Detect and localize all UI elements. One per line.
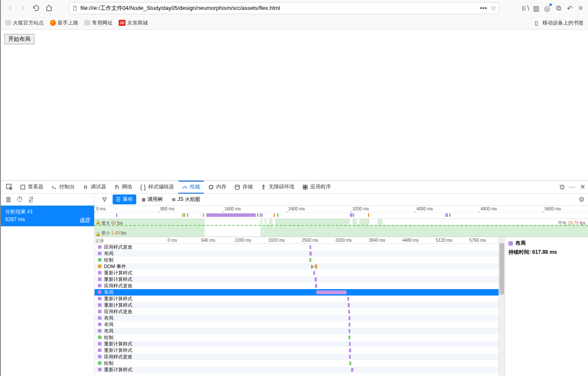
import-icon[interactable]: ⭿ — [28, 196, 34, 203]
browser-chrome: file:///e:/工作文件04/Node_Study/day05/desig… — [1, 0, 588, 30]
svg-point-4 — [263, 185, 264, 185]
lock-icon: 🔒 — [95, 231, 101, 236]
performance-panel: ☰瀑布 ≣调用树 ≋JS 火焰图 ⚙ 0 ms800 ms1600 ms2400… — [95, 194, 588, 376]
fps-graph: 🔒 最大 60 fps 🔒 最小 1.49 fps 平均 28.79 fps — [95, 219, 588, 237]
tab-performance[interactable]: 性能 — [178, 181, 204, 194]
waterfall-rows[interactable]: 应用样式更改布局绘制DOM 事件重新计算样式重新计算样式应用样式更改布局重新计算… — [95, 244, 499, 376]
waterfall-main: 记录 0 ms640 ms1280 ms1920 ms2560 ms3200 m… — [95, 237, 499, 376]
tab-inspector[interactable]: 查看器 — [16, 181, 47, 194]
tab-accessibility[interactable]: 无障碍环境 — [257, 181, 298, 194]
waterfall-row[interactable]: 绘制 — [95, 257, 499, 263]
bookmark-item[interactable]: 火狐官方站点 — [5, 19, 44, 27]
folder-icon — [5, 20, 11, 25]
folder-icon — [84, 20, 90, 25]
sidebar-icon[interactable]: ▥ — [532, 4, 540, 12]
waterfall-row[interactable]: 布局 — [95, 328, 499, 334]
chrome-right-icons: ⫼\ ▥ ◎ ⧉ ↶ ≡ — [521, 4, 585, 12]
waterfall-row[interactable]: 重新计算样式 — [95, 276, 499, 283]
start-layout-button[interactable]: 开始布局 — [4, 34, 34, 44]
tab-storage[interactable]: 存储 — [231, 181, 256, 194]
svg-rect-5 — [303, 185, 305, 187]
settings-gear-icon[interactable]: ⚙ — [579, 195, 585, 203]
screenshot-icon[interactable]: ⧉ — [554, 4, 562, 12]
home-button[interactable] — [43, 2, 55, 14]
tab-debugger[interactable]: 调试器 — [79, 181, 110, 194]
waterfall-row[interactable]: 绘制 — [95, 360, 499, 367]
waterfall-row[interactable]: 重新计算样式 — [95, 367, 499, 373]
forward-button[interactable] — [17, 2, 29, 14]
waterfall-row[interactable]: 重新计算样式 — [95, 341, 499, 347]
tab-console[interactable]: 控制台 — [48, 181, 78, 194]
jd-icon: JD — [119, 20, 126, 26]
delete-icon[interactable]: 🗑 — [5, 196, 12, 203]
recording-title: 分析结果 #1 — [5, 208, 90, 216]
waterfall-row[interactable]: 重新计算样式 — [95, 296, 499, 302]
detail-duration: 617.88 ms — [532, 249, 557, 255]
svg-rect-7 — [303, 187, 305, 189]
reload-button[interactable] — [30, 2, 42, 14]
view-waterfall[interactable]: ☰瀑布 — [113, 194, 136, 204]
inspect-element-icon[interactable] — [3, 181, 15, 193]
waterfall-row[interactable]: 重新计算样式 — [95, 347, 499, 354]
svg-rect-6 — [306, 185, 307, 187]
close-devtools-icon[interactable]: ✕ — [580, 183, 585, 191]
url-actions: ••• ☆ — [480, 5, 496, 12]
bookmarks-bar: 火狐官方站点 新手上路 常用网址 JD京东商城 ▯移动设备上的书签 — [1, 16, 588, 29]
file-icon — [72, 5, 78, 11]
waterfall-row[interactable]: DOM 事件 — [95, 263, 499, 270]
lock-icon: 🔒 — [95, 220, 101, 225]
overview-timeline[interactable]: 0 ms800 ms1600 ms2400 ms3200 ms4000 ms48… — [95, 206, 588, 237]
waterfall-row[interactable]: 重新计算样式 — [95, 302, 499, 308]
tab-network[interactable]: 网络 — [110, 181, 136, 194]
waterfall-row[interactable]: 应用样式更改 — [95, 244, 499, 250]
tab-memory[interactable]: 内存 — [205, 181, 230, 194]
filter-icon[interactable] — [98, 195, 111, 204]
undo-icon[interactable]: ↶ — [566, 4, 573, 12]
devtools-tabs: 查看器 控制台 调试器 网络 { }样式编辑器 性能 内存 存储 无障碍环境 应… — [1, 181, 588, 194]
scrollbar[interactable] — [499, 237, 505, 376]
bookmark-item[interactable]: JD京东商城 — [119, 19, 148, 27]
waterfall-row[interactable]: 绘制 — [95, 334, 499, 341]
waterfall-row[interactable]: 布局 — [95, 315, 499, 321]
color-swatch — [508, 241, 513, 246]
detail-panel: 布局 持续时间: 617.88 ms — [505, 237, 588, 376]
recordings-sidebar: 🗑 ⏱ ⭿ 分析结果 #1 6287 ms 保存 — [1, 194, 95, 376]
bookmark-item[interactable]: 常用网址 — [84, 19, 113, 27]
waterfall-row[interactable]: 应用样式更改 — [95, 283, 499, 289]
recording-duration: 6287 ms — [5, 216, 25, 224]
bookmark-star-icon[interactable]: ☆ — [490, 5, 496, 12]
back-button[interactable] — [4, 2, 16, 14]
url-bar[interactable]: file:///e:/工作文件04/Node_Study/day05/desig… — [69, 2, 499, 14]
waterfall-row[interactable]: 应用样式更改 — [95, 308, 499, 315]
svg-rect-1 — [21, 185, 24, 189]
view-calltree[interactable]: ≣调用树 — [138, 194, 166, 204]
account-icon[interactable]: ◎ — [543, 4, 551, 12]
library-icon[interactable]: ⫼\ — [521, 4, 529, 12]
svg-rect-8 — [306, 187, 307, 189]
kebab-icon[interactable]: ⋯ — [569, 183, 576, 191]
waterfall-row[interactable]: 应用样式更改 — [95, 354, 499, 360]
recording-item[interactable]: 分析结果 #1 6287 ms 保存 — [1, 206, 94, 226]
browser-toolbar: file:///e:/工作文件04/Node_Study/day05/desig… — [1, 0, 588, 16]
waterfall-row[interactable]: 布局 — [95, 289, 499, 296]
stopwatch-icon[interactable]: ⏱ — [16, 196, 23, 203]
waterfall-ruler[interactable]: 记录 0 ms640 ms1280 ms1920 ms2560 ms3200 m… — [95, 237, 499, 244]
url-text: file:///e:/工作文件04/Node_Study/day05/desig… — [80, 4, 477, 12]
page-content: 开始布局 — [1, 30, 588, 180]
scrollbar-thumb[interactable] — [499, 243, 504, 295]
svg-point-3 — [235, 185, 239, 186]
mobile-bookmarks[interactable]: ▯移动设备上的书签 — [535, 19, 584, 27]
menu-icon[interactable]: ≡ — [577, 4, 585, 12]
responsive-icon[interactable]: ⧉ — [560, 183, 564, 191]
save-link[interactable]: 保存 — [80, 216, 90, 224]
waterfall-row[interactable]: 布局 — [95, 250, 499, 257]
more-icon[interactable]: ••• — [480, 5, 487, 12]
svg-rect-2 — [210, 185, 213, 188]
waterfall-row[interactable]: 重新计算样式 — [95, 270, 499, 276]
waterfall-row[interactable]: 布局 — [95, 321, 499, 328]
view-flame[interactable]: ≋JS 火焰图 — [168, 194, 204, 204]
tab-style-editor[interactable]: { }样式编辑器 — [137, 181, 178, 194]
mobile-icon: ▯ — [535, 20, 541, 26]
bookmark-item[interactable]: 新手上路 — [50, 19, 78, 27]
tab-application[interactable]: 应用程序 — [299, 181, 334, 194]
